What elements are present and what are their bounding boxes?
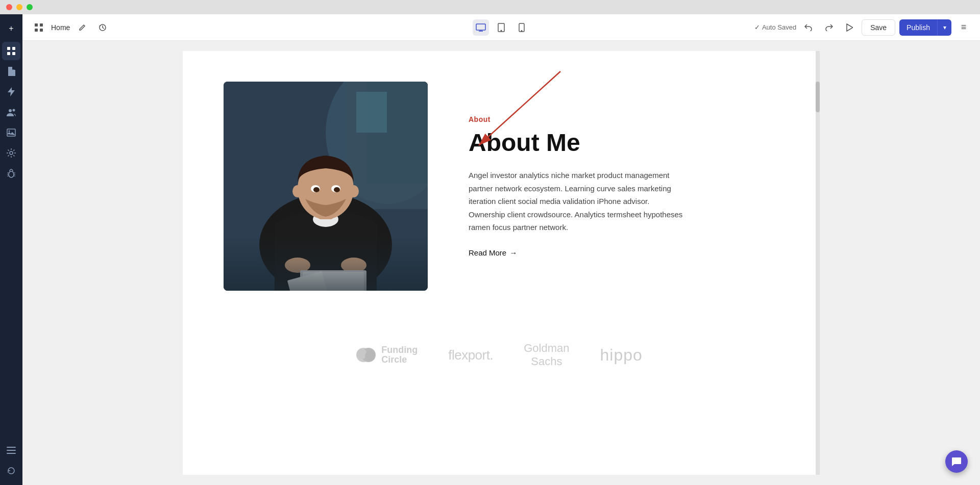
sidebar-list-bottom-icon[interactable] — [2, 441, 20, 460]
about-section: About About Me Angel investor analytics … — [183, 51, 816, 321]
sidebar-settings-icon[interactable] — [2, 144, 20, 162]
read-more-arrow: → — [509, 248, 517, 257]
about-image — [224, 82, 428, 291]
read-more-text: Read More — [469, 248, 506, 257]
redo-button[interactable] — [821, 19, 837, 36]
svg-rect-6 — [7, 129, 15, 136]
svg-point-37 — [334, 187, 340, 192]
svg-rect-43 — [224, 235, 428, 291]
traffic-light-red[interactable] — [6, 4, 12, 10]
svg-rect-27 — [356, 92, 387, 133]
traffic-light-green[interactable] — [27, 4, 33, 10]
hippo-logo: hippo — [600, 346, 642, 365]
sidebar-lightning-icon[interactable] — [2, 83, 20, 101]
svg-rect-1 — [12, 47, 15, 50]
svg-rect-0 — [7, 47, 10, 50]
svg-rect-12 — [7, 453, 16, 454]
svg-point-7 — [9, 131, 10, 132]
flexport-logo: flexport. — [448, 347, 493, 363]
scrollbar-thumb — [816, 82, 820, 112]
mobile-view-button[interactable] — [513, 19, 530, 36]
svg-rect-14 — [40, 23, 43, 27]
menu-button[interactable]: ≡ — [955, 19, 972, 36]
svg-point-20 — [501, 30, 502, 31]
topbar: Home — [22, 14, 980, 41]
auto-saved-indicator: ✓ Auto Saved — [754, 23, 796, 31]
svg-point-49 — [365, 351, 375, 361]
right-scrollbar[interactable] — [816, 51, 820, 475]
svg-rect-3 — [12, 52, 15, 55]
svg-point-32 — [292, 185, 303, 197]
svg-point-8 — [10, 151, 13, 155]
svg-rect-2 — [7, 52, 10, 55]
traffic-light-yellow[interactable] — [16, 4, 22, 10]
about-description: Angel investor analytics niche market pr… — [469, 169, 683, 234]
publish-main-button[interactable]: Publish — [899, 19, 937, 36]
app-container: + — [0, 14, 980, 485]
topbar-left: Home — [31, 19, 467, 36]
svg-point-4 — [9, 109, 12, 112]
undo-button[interactable] — [800, 19, 817, 36]
funding-circle-text: FundingCircle — [381, 345, 418, 366]
read-more-link[interactable]: Read More → — [469, 248, 775, 257]
publish-dropdown-button[interactable]: ▾ — [937, 19, 951, 36]
edit-pencil-button[interactable] — [74, 19, 90, 36]
svg-point-36 — [313, 187, 320, 192]
check-icon: ✓ — [754, 23, 760, 31]
topbar-center — [473, 19, 530, 36]
about-title: About Me — [469, 130, 775, 157]
save-button[interactable]: Save — [862, 19, 895, 36]
svg-rect-15 — [35, 29, 38, 32]
auto-saved-label: Auto Saved — [762, 23, 796, 31]
about-label: About — [469, 115, 775, 123]
topbar-right: ✓ Auto Saved — [536, 19, 972, 36]
svg-point-5 — [13, 109, 15, 112]
sidebar-image-icon[interactable] — [2, 123, 20, 142]
sidebar-people-icon[interactable] — [2, 103, 20, 121]
tablet-view-button[interactable] — [493, 19, 509, 36]
sidebar-grid-icon[interactable] — [2, 42, 20, 60]
chat-button[interactable] — [945, 450, 968, 473]
funding-circle-logo: FundingCircle — [356, 345, 418, 365]
sidebar-refresh-bottom-icon[interactable] — [2, 462, 20, 480]
svg-rect-10 — [7, 447, 16, 448]
logos-section: FundingCircle flexport. GoldmanSachs hip… — [183, 321, 816, 389]
svg-rect-11 — [7, 450, 16, 451]
play-button[interactable] — [841, 19, 857, 36]
sidebar-bug-icon[interactable] — [2, 164, 20, 183]
goldman-sachs-logo: GoldmanSachs — [524, 342, 569, 369]
sidebar: + — [0, 14, 22, 485]
sidebar-add-button[interactable]: + — [2, 19, 20, 38]
desktop-view-button[interactable] — [473, 19, 489, 36]
canvas-area[interactable]: About About Me Angel investor analytics … — [22, 41, 980, 485]
publish-button-group: Publish ▾ — [899, 19, 951, 36]
page-frame: About About Me Angel investor analytics … — [183, 51, 816, 475]
svg-rect-18 — [476, 24, 485, 30]
svg-point-9 — [9, 171, 14, 177]
svg-point-22 — [521, 30, 522, 31]
home-nav-label[interactable]: Home — [51, 23, 70, 32]
title-bar — [0, 0, 980, 14]
history-button[interactable] — [94, 19, 111, 36]
apps-button[interactable] — [31, 19, 47, 36]
svg-rect-13 — [35, 23, 38, 27]
about-content: About About Me Angel investor analytics … — [469, 115, 775, 257]
main-content: Home — [22, 14, 980, 485]
svg-point-33 — [349, 185, 359, 197]
sidebar-page-icon[interactable] — [2, 62, 20, 81]
svg-rect-16 — [40, 29, 43, 32]
